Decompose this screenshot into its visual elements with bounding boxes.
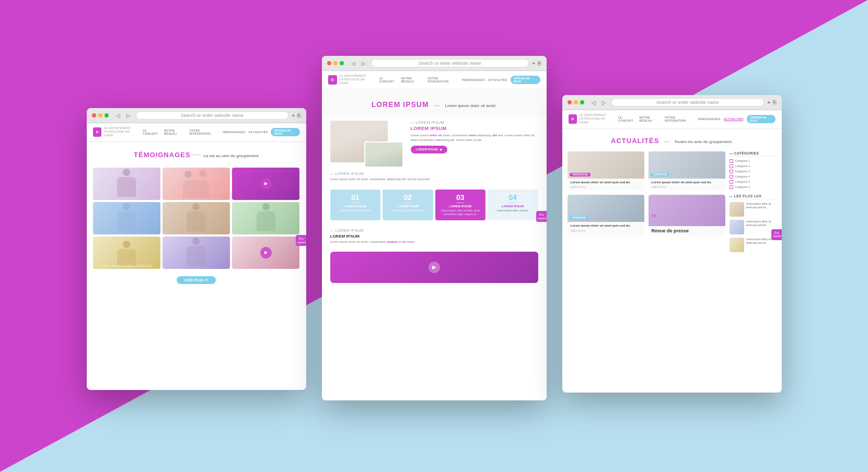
- checkbox-5[interactable]: [730, 180, 733, 184]
- nav-actualites-c[interactable]: ACTUALITÉS: [488, 78, 507, 81]
- nav-integration-r[interactable]: VOTRE INTÉGRATION: [665, 116, 695, 122]
- url-bar-left[interactable]: Search or enter website name: [136, 111, 289, 120]
- section3-label: — LOREM IPSUM: [330, 229, 538, 232]
- nav-integration-c[interactable]: VOTRE INTÉGRATION: [427, 77, 458, 83]
- step-2: 02 Lorem ipsum Lorem ipsum dolor sit ame…: [383, 190, 433, 220]
- nav-temoignages-r[interactable]: TÉMOIGNAGES: [698, 117, 721, 121]
- photo-caption-7: Julie Due, directrice du magasin de Vale…: [95, 265, 159, 267]
- forward-btn-c[interactable]: ▷: [360, 59, 368, 67]
- dot-yellow[interactable]: [98, 113, 102, 117]
- nav-cta[interactable]: OBTENIR UN DEVIS: [271, 128, 299, 136]
- logo-text: LE GROUPEMENT ostéologie en ligne: [103, 126, 137, 138]
- highlight-2: amet: [469, 134, 476, 137]
- article-date-2[interactable]: LIRE PLUS ▸: [652, 185, 722, 188]
- highlight-1: dolor sit: [430, 134, 442, 137]
- browser-dots-center: [327, 61, 344, 65]
- browser-window-right: ◁ ▷ Search or enter website name + ⎘ b L…: [562, 95, 782, 393]
- popular-item-2: Lorem ipsum dolor sit amet quis sed do.: [730, 220, 777, 234]
- dot-green-c[interactable]: [340, 61, 344, 65]
- url-bar-center[interactable]: Search or enter website name: [371, 59, 529, 67]
- nav-concept-c[interactable]: LE CONCEPT: [379, 77, 398, 83]
- nav-actualites-r[interactable]: ACTUALITÉS: [724, 117, 744, 121]
- actualites-header: ACTUALITÉS — Toutes les actu du groupeme…: [562, 128, 782, 149]
- article-title-1: Lorem ipsum dolor sit amet quis sed do.: [571, 181, 641, 185]
- new-tab-icon-c[interactable]: +: [532, 60, 535, 66]
- voir-plus-button[interactable]: VOIR PLUS ▼: [177, 276, 216, 284]
- nav-reseau-c[interactable]: NOTRE RÉSEAU: [401, 77, 424, 83]
- new-tab-icon-r[interactable]: +: [767, 99, 770, 105]
- checkbox-1[interactable]: [730, 159, 733, 163]
- article-tag-1: TEMOIGNAGE: [570, 173, 591, 176]
- category-item-6: Catégorie 6: [730, 185, 777, 189]
- nav-temoignages-c[interactable]: TÉMOIGNAGES: [461, 78, 484, 81]
- nav-integration[interactable]: VOTRE INTÉGRATION: [189, 129, 219, 135]
- nav-temoignages[interactable]: TÉMOIGNAGES: [222, 131, 245, 134]
- nav-reseau[interactable]: NOTRE RÉSEAU: [164, 129, 187, 135]
- nav-links-right: LE CONCEPT NOTRE RÉSEAU VOTRE INTÉGRATIO…: [618, 115, 775, 123]
- dot-red[interactable]: [92, 113, 96, 117]
- dot-green[interactable]: [105, 113, 109, 117]
- secondary-image: [364, 141, 403, 168]
- checkbox-6[interactable]: [730, 185, 733, 189]
- browser-dots-right: [568, 100, 584, 104]
- actualites-dash: —: [664, 138, 669, 144]
- article-date-3[interactable]: LIRE PLUS ▸: [571, 229, 641, 232]
- nav-concept-r[interactable]: LE CONCEPT: [618, 116, 636, 122]
- back-btn[interactable]: ◁: [114, 111, 122, 120]
- section-cta-button[interactable]: LOREM IPSUM ▸: [411, 146, 447, 154]
- play-button-3[interactable]: ▶: [260, 178, 272, 190]
- url-bar-right[interactable]: Search or enter website name: [611, 98, 765, 107]
- dot-red-r[interactable]: [568, 100, 572, 104]
- video-play-button[interactable]: ▶: [429, 262, 440, 273]
- person-img-6: [232, 202, 299, 234]
- back-btn-c[interactable]: ◁: [349, 59, 357, 67]
- nav-cta-r[interactable]: OBTENIR UN DEVIS: [747, 115, 776, 123]
- checkbox-2[interactable]: [730, 164, 733, 168]
- recall-button-left[interactable]: Être rappelé: [296, 235, 306, 246]
- checkbox-4[interactable]: [730, 175, 733, 179]
- article-date-1[interactable]: LIRE PLUS ▸: [571, 185, 641, 188]
- simple-section-text: Lorem ipsum dolor sit amet, consectetur …: [330, 177, 538, 181]
- page-title: LOREM IPSUM: [372, 100, 429, 109]
- revue-de-presse-card: " Revue de presse: [649, 195, 725, 235]
- browser-window-center: ◁ ▷ Search or enter website name + ⎘ b L…: [322, 56, 547, 400]
- browser-dots-left: [92, 113, 109, 117]
- play-button-9[interactable]: ▶: [260, 247, 272, 258]
- section3: — LOREM IPSUM LOREM IPSUM Lorem ipsum do…: [322, 225, 547, 247]
- nav-concept[interactable]: LE CONCEPT: [143, 129, 161, 135]
- nav-actualites[interactable]: ACTUALITÉS: [249, 131, 268, 134]
- category-item-1: Catégorie 1: [730, 159, 777, 163]
- dot-yellow-c[interactable]: [333, 61, 338, 65]
- bookmark-icon-c[interactable]: ⎘: [538, 60, 541, 66]
- site-logo-left: b LE GROUPEMENT ostéologie en ligne: [93, 126, 138, 138]
- testimonials-header: TÉMOIGNAGES — La vie au sein du groupeme…: [87, 141, 306, 164]
- checkbox-3[interactable]: [730, 170, 733, 173]
- article-tag-2: FORMATION: [651, 173, 670, 176]
- recall-button-right[interactable]: Être rappelé: [771, 229, 782, 240]
- bookmark-icon-r[interactable]: ⎘: [773, 99, 777, 105]
- forward-btn-r[interactable]: ▷: [600, 98, 608, 107]
- popular-text-1: Lorem ipsum dolor sit amet quis sed do.: [746, 202, 777, 209]
- back-btn-r[interactable]: ◁: [589, 98, 598, 107]
- quote-marks: ": [652, 213, 656, 224]
- category-name-3: Catégorie 3: [735, 170, 750, 173]
- categories-section: — CATÉGORIES Catégorie 1 Catégorie 2: [730, 151, 777, 189]
- forward-btn[interactable]: ▷: [124, 111, 133, 120]
- popular-text-2: Lorem ipsum dolor sit amet quis sed do.: [746, 220, 777, 227]
- nav-cta-c[interactable]: OBTENIR UN DEVIS: [511, 76, 540, 84]
- new-tab-icon[interactable]: +: [292, 112, 295, 119]
- photo-5: [163, 202, 230, 234]
- section3-heading: LOREM IPSUM: [330, 234, 538, 239]
- articles-row-1: TEMOIGNAGE Lorem ipsum dolor sit amet qu…: [568, 151, 725, 191]
- article-card-3: FORMATION Lorem ipsum dolor sit amet qui…: [568, 195, 644, 235]
- person-img-4: [93, 202, 160, 234]
- recall-button-center[interactable]: Être rappelé: [536, 211, 547, 222]
- dot-yellow-r[interactable]: [574, 100, 578, 104]
- bookmark-icon[interactable]: ⎘: [297, 112, 301, 119]
- page-hero: LOREM IPSUM — Lorem ipsum dolor sit amet…: [322, 89, 547, 115]
- nav-reseau-r[interactable]: NOTRE RÉSEAU: [640, 116, 662, 122]
- dot-green-r[interactable]: [580, 100, 584, 104]
- photo-grid: ▶: [87, 164, 306, 272]
- dot-red-c[interactable]: [327, 61, 331, 65]
- site-nav-right: b LE GROUPEMENT ostéologie en ligne LE C…: [562, 110, 782, 128]
